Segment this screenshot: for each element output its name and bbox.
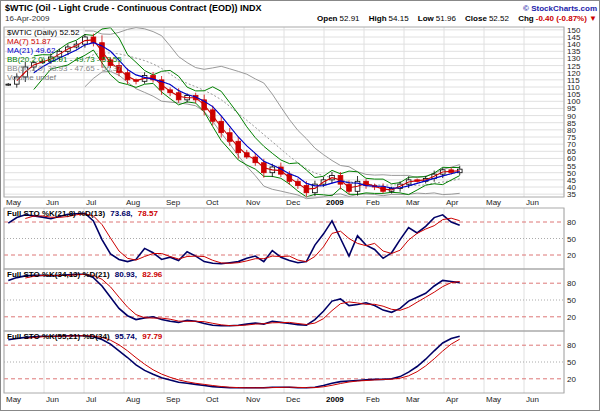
month-label: Jul [86, 395, 96, 404]
month-label: Nov [246, 395, 260, 404]
month-label: Dec [286, 198, 300, 207]
low-label: Low [418, 14, 434, 23]
close-value: 52.52 [489, 14, 509, 23]
close-label: Close [465, 14, 487, 23]
month-label: Sep [166, 395, 180, 404]
sto-axis-tick-label: 50 [567, 296, 576, 305]
sto-axis-tick-label: 50 [567, 235, 576, 244]
month-label: Apr [446, 198, 458, 207]
stockcharts-brand: © StockCharts.com [523, 4, 597, 13]
month-label: Jun [46, 395, 59, 404]
chart-date: 16-Apr-2009 [5, 14, 49, 23]
month-label: Jun [46, 198, 59, 207]
legend-row: MA(21) 49.62 [7, 46, 122, 55]
sto-panel-3-d-value: 97.79 [142, 332, 162, 341]
month-label: Feb [366, 395, 380, 404]
sto-axis-tick-label: 20 [567, 375, 576, 384]
sto-axis-tick-label: 50 [567, 358, 576, 367]
sto-panel-2-title: Full STO %K(34,13) %D(21) 80.93, 82.96 [7, 270, 165, 279]
price-legend: $WTIC (Daily) 52.52MA(7) 51.87MA(21) 49.… [7, 28, 122, 82]
sto-panel-1-title-text: Full STO %K(21,8) %D(13) [7, 209, 105, 218]
month-label: Mar [406, 198, 420, 207]
chg-value: -0.40 (-0.87%) ▼ [536, 14, 597, 23]
chg-label: Chg [518, 14, 534, 23]
legend-row: BB(50,2.0) 38.93 - 47.65 - 56.37 [7, 64, 122, 73]
legend-row: $WTIC (Daily) 52.52 [7, 28, 122, 37]
open-value: 52.91 [340, 14, 360, 23]
month-label: May [486, 198, 501, 207]
month-label: Dec [286, 395, 300, 404]
sto-axis-tick-label: 20 [567, 251, 576, 260]
month-label: Aug [126, 395, 140, 404]
sto-panel-2-d-value: 82.96 [142, 270, 162, 279]
sto-axis-tick-label: 20 [567, 313, 576, 322]
open-label: Open [317, 14, 337, 23]
month-label: Mar [406, 395, 420, 404]
header-row-2: 16-Apr-2009 Open52.91 High54.15 Low51.96… [5, 14, 597, 23]
month-label: May [6, 395, 21, 404]
sto-panel-2-k-value: 80.93, [115, 270, 137, 279]
low-value: 51.96 [436, 14, 456, 23]
month-label: May [6, 198, 21, 207]
sto-panel-1-title: Full STO %K(21,8) %D(13) 73.68, 78.57 [7, 209, 161, 218]
sto-panel-1-k-value: 73.68, [110, 209, 132, 218]
sto-panel-3-title: Full STO %K(55,21) %D(34) 95.74, 97.79 [7, 332, 165, 341]
month-label: Oct [206, 395, 218, 404]
sto-axis-tick-label: 80 [567, 279, 576, 288]
legend-row: Volume undef [7, 73, 122, 82]
high-value: 54.15 [389, 14, 409, 23]
sto-panel-1-d-value: 78.57 [138, 209, 158, 218]
month-label: Apr [446, 395, 458, 404]
high-label: High [369, 14, 387, 23]
month-label: 2009 [326, 198, 344, 207]
quote-line: Open52.91 High54.15 Low51.96 Close52.52 … [310, 14, 597, 23]
month-label: 2009 [326, 395, 344, 404]
month-label: Oct [206, 198, 218, 207]
symbol-title: $WTIC (Oil - Light Crude - Continuous Co… [5, 3, 261, 13]
month-label: Feb [366, 198, 380, 207]
month-label: Sep [166, 198, 180, 207]
month-label: Aug [126, 198, 140, 207]
sto-axis-tick-label: 80 [567, 218, 576, 227]
header-row-1: $WTIC (Oil - Light Crude - Continuous Co… [5, 3, 597, 13]
month-label: Jun [526, 395, 539, 404]
month-label: May [486, 395, 501, 404]
legend-row: MA(7) 51.87 [7, 37, 122, 46]
sto-panel-3-title-text: Full STO %K(55,21) %D(34) [7, 332, 110, 341]
stockcharts-chart: $WTIC (Oil - Light Crude - Continuous Co… [0, 0, 600, 411]
month-label: Jun [526, 198, 539, 207]
month-label: Jul [86, 198, 96, 207]
sto-panel-2-title-text: Full STO %K(34,13) %D(21) [7, 270, 110, 279]
sto-panel-3-k-value: 95.74, [115, 332, 137, 341]
sto-axis-tick-label: 80 [567, 341, 576, 350]
month-label: Nov [246, 198, 260, 207]
legend-row: BB(20,2.0) 45.91 - 49.73 - 53.55 [7, 55, 122, 64]
price-axis-tick-label: 35 [567, 190, 576, 199]
